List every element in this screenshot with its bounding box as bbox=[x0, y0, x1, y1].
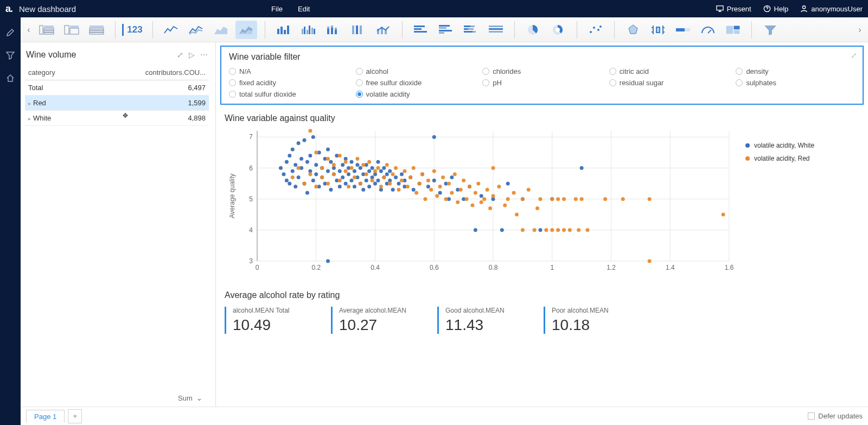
menu-edit[interactable]: Edit bbox=[298, 5, 310, 13]
svg-point-234 bbox=[400, 179, 404, 182]
viz-table1[interactable] bbox=[36, 21, 58, 39]
svg-point-169 bbox=[391, 188, 395, 192]
viz-radar[interactable] bbox=[622, 21, 644, 39]
svg-rect-52 bbox=[489, 31, 503, 33]
svg-text:7: 7 bbox=[249, 133, 253, 141]
col-category[interactable]: category bbox=[25, 65, 106, 80]
menu-file[interactable]: File bbox=[271, 5, 283, 13]
viz-hbar1[interactable] bbox=[410, 21, 432, 39]
filter-icon[interactable] bbox=[6, 51, 15, 62]
svg-rect-40 bbox=[439, 25, 450, 27]
svg-rect-30 bbox=[335, 28, 337, 30]
viz-bar3[interactable] bbox=[323, 21, 344, 39]
svg-point-288 bbox=[580, 197, 584, 201]
filter-option[interactable]: chlorides bbox=[482, 67, 602, 75]
svg-text:0.8: 0.8 bbox=[489, 264, 498, 271]
svg-rect-27 bbox=[331, 28, 333, 34]
filter-option[interactable]: volatile acidity bbox=[356, 90, 475, 98]
col-contributors[interactable]: contributors.COU... bbox=[106, 65, 209, 80]
svg-point-269 bbox=[506, 197, 510, 201]
viz-treemap[interactable] bbox=[722, 21, 744, 39]
aggregation-selector[interactable]: Sum ⌄ bbox=[178, 394, 202, 402]
svg-point-242 bbox=[423, 197, 427, 201]
svg-rect-45 bbox=[470, 26, 475, 27]
page-tab[interactable]: Page 1 bbox=[26, 410, 65, 423]
filter-option[interactable]: pH bbox=[482, 79, 602, 87]
home-icon[interactable] bbox=[6, 74, 15, 85]
svg-point-293 bbox=[648, 259, 652, 263]
viz-bar4[interactable] bbox=[348, 21, 369, 39]
svg-rect-64 bbox=[733, 26, 740, 30]
svg-point-179 bbox=[426, 185, 430, 188]
viz-area1[interactable] bbox=[210, 21, 232, 39]
svg-point-284 bbox=[562, 197, 566, 201]
viz-area2[interactable] bbox=[235, 21, 257, 39]
viz-number[interactable]: 123 bbox=[123, 21, 145, 39]
svg-point-160 bbox=[376, 179, 380, 182]
viz-scatter[interactable] bbox=[585, 21, 607, 39]
filter-option[interactable]: fixed acidity bbox=[229, 79, 348, 87]
svg-point-170 bbox=[394, 175, 398, 179]
svg-rect-22 bbox=[309, 26, 310, 34]
svg-rect-5 bbox=[44, 28, 54, 30]
svg-point-157 bbox=[373, 182, 377, 186]
ribbon-prev[interactable]: ‹ bbox=[25, 21, 33, 39]
viz-table3[interactable] bbox=[86, 21, 107, 39]
filter-option[interactable]: density bbox=[736, 67, 855, 75]
defer-updates-toggle[interactable]: Defer updates bbox=[808, 412, 863, 420]
svg-point-152 bbox=[365, 179, 368, 182]
filter-option[interactable]: N/A bbox=[229, 67, 348, 75]
scatter-chart[interactable]: 00.20.40.60.811.21.41.634567Average qual… bbox=[225, 125, 735, 283]
viz-bar2[interactable] bbox=[298, 21, 320, 39]
svg-point-138 bbox=[344, 182, 348, 186]
viz-bar5[interactable] bbox=[373, 21, 394, 39]
filter-option[interactable]: sulphates bbox=[736, 79, 855, 87]
viz-hbar3[interactable] bbox=[460, 21, 482, 39]
viz-pie[interactable] bbox=[522, 21, 544, 39]
svg-point-251 bbox=[450, 191, 454, 195]
svg-point-265 bbox=[492, 194, 495, 198]
svg-point-221 bbox=[361, 163, 365, 167]
add-page-button[interactable]: + bbox=[68, 409, 82, 423]
edit-icon[interactable] bbox=[6, 28, 15, 39]
svg-point-240 bbox=[418, 182, 422, 186]
svg-point-117 bbox=[314, 163, 318, 167]
svg-point-280 bbox=[550, 228, 554, 232]
svg-point-139 bbox=[347, 173, 350, 176]
filter-option[interactable]: residual sugar bbox=[609, 79, 729, 87]
viz-table2[interactable] bbox=[61, 21, 82, 39]
svg-text:1: 1 bbox=[550, 264, 554, 271]
help-button[interactable]: Help bbox=[763, 5, 789, 13]
viz-hbar2[interactable] bbox=[435, 21, 457, 39]
present-button[interactable]: Present bbox=[716, 5, 751, 13]
more-icon[interactable]: ⋯ bbox=[200, 50, 208, 59]
viz-line1[interactable] bbox=[161, 21, 182, 39]
app-logo: a. bbox=[5, 3, 12, 15]
dashboard-title[interactable]: New dashboard bbox=[19, 4, 76, 14]
expand-filter-icon[interactable]: ⤢ bbox=[851, 51, 857, 60]
filter-option[interactable]: free sulfur dioxide bbox=[356, 79, 475, 87]
table-row[interactable]: Total6,497 bbox=[25, 80, 209, 96]
svg-point-56 bbox=[590, 31, 592, 33]
viz-donut[interactable] bbox=[547, 21, 569, 39]
table-row[interactable]: ▸Red1,599 bbox=[25, 96, 209, 111]
viz-line2[interactable] bbox=[186, 21, 207, 39]
svg-point-281 bbox=[556, 197, 560, 201]
ribbon-next[interactable]: › bbox=[856, 21, 864, 39]
viz-bar1[interactable] bbox=[273, 21, 295, 39]
table-row[interactable]: ▸White4,898 bbox=[25, 111, 209, 126]
svg-rect-65 bbox=[733, 30, 740, 34]
viz-box[interactable] bbox=[647, 21, 669, 39]
svg-point-106 bbox=[297, 175, 301, 179]
filter-option[interactable]: citric acid bbox=[609, 67, 729, 75]
play-icon[interactable]: ▷ bbox=[189, 50, 195, 59]
expand-icon[interactable]: ⤢ bbox=[177, 50, 183, 59]
filter-option[interactable]: total sulfur dioxide bbox=[229, 90, 348, 98]
viz-gauge[interactable] bbox=[697, 21, 719, 39]
viz-funnel[interactable] bbox=[760, 21, 781, 39]
viz-bullet[interactable] bbox=[672, 21, 694, 39]
user-menu[interactable]: anonymousUser bbox=[800, 5, 863, 13]
filter-option[interactable]: alcohol bbox=[356, 67, 475, 75]
svg-point-258 bbox=[470, 204, 474, 207]
viz-hbar4[interactable] bbox=[485, 21, 507, 39]
